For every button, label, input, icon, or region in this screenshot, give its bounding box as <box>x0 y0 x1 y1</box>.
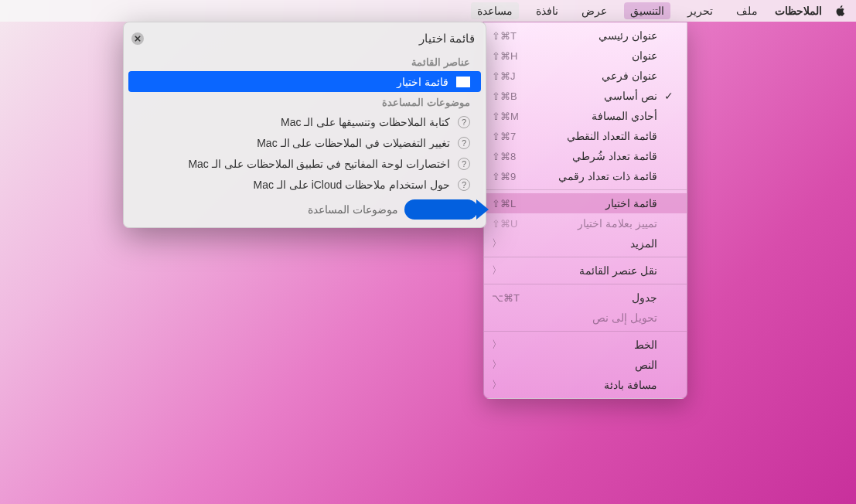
clear-search-icon[interactable] <box>131 32 144 45</box>
help-pointer-pill[interactable] <box>404 199 478 220</box>
shortcut-label: ⇧⌘8 <box>492 151 516 162</box>
menu-view[interactable]: عرض <box>575 2 613 19</box>
menu-item-more[interactable]: المزيد 〈 <box>484 233 687 254</box>
apple-menu-icon[interactable] <box>833 4 847 18</box>
text-label: أحادي المسافة <box>592 110 657 122</box>
menu-item-table[interactable]: جدول ⌥⌘T <box>484 288 687 308</box>
menu-item-subheading[interactable]: عنوان فرعي ⇧⌘J <box>484 66 687 86</box>
text-label: نص أساسي <box>604 90 657 102</box>
menubar: الملاحظات ملف تحرير التنسيق عرض نافذة مس… <box>0 0 856 22</box>
chevron-left-icon: 〈 <box>492 358 502 372</box>
help-topic-item[interactable]: ? كتابة الملاحظات وتنسيقها على الـ Mac <box>124 111 486 132</box>
help-footer: موضوعات المساعدة <box>124 199 486 220</box>
text-label: جدول <box>632 291 657 304</box>
help-search-panel: قائمة اختيار عناصر القائمة قائمة اختيار … <box>123 22 486 228</box>
menu-item-font[interactable]: الخط 〈 <box>484 335 687 355</box>
shortcut-label: ⇧⌘B <box>492 90 517 102</box>
text-label: عنوان رئيسي <box>599 29 657 42</box>
text-label: قائمة التعداد النقطي <box>567 130 657 142</box>
text-label: تحويل إلى نص <box>592 312 657 324</box>
shortcut-label: ⇧⌘T <box>492 30 517 42</box>
chevron-left-icon: 〈 <box>492 338 502 352</box>
help-topic-item[interactable]: ? اختصارات لوحة المفاتيح في تطبيق الملاح… <box>124 153 486 174</box>
section-menu-items: عناصر القائمة <box>124 52 486 71</box>
shortcut-label: ⇧⌘L <box>492 198 516 209</box>
text-label: قائمة اختيار <box>605 197 657 209</box>
menu-item-indent[interactable]: مسافة بادئة 〈 <box>484 375 687 395</box>
help-topic-icon: ? <box>458 179 470 191</box>
menu-separator <box>484 331 687 332</box>
menu-item-heading[interactable]: عنوان ⇧⌘H <box>484 46 687 66</box>
menu-separator <box>484 284 687 284</box>
menu-format[interactable]: التنسيق <box>624 2 670 19</box>
help-topic-icon: ? <box>458 116 470 128</box>
app-name[interactable]: الملاحظات <box>775 5 822 17</box>
help-result-menu-item[interactable]: قائمة اختيار <box>128 71 481 92</box>
help-topic-label: حول استخدام ملاحظات iCloud على الـ Mac <box>139 179 450 191</box>
menu-file[interactable]: ملف <box>730 2 764 19</box>
menu-item-dashed[interactable]: قائمة تعداد شُرطي ⇧⌘8 <box>484 146 687 166</box>
shortcut-label: ⇧⌘U <box>492 218 517 230</box>
text-label: المزيد <box>630 237 657 250</box>
shortcut-label: ⇧⌘7 <box>492 131 516 142</box>
text-label: قائمة تعداد شُرطي <box>572 150 657 162</box>
help-result-label: قائمة اختيار <box>139 76 448 88</box>
menu-edit[interactable]: تحرير <box>681 2 719 19</box>
text-label: عنوان <box>632 49 657 62</box>
menu-window[interactable]: نافذة <box>530 2 564 19</box>
shortcut-label: ⇧⌘9 <box>492 171 516 182</box>
shortcut-label: ⇧⌘M <box>492 111 519 122</box>
section-help-topics: موضوعات المساعدة <box>124 92 486 111</box>
text-label: مسافة بادئة <box>604 379 657 391</box>
checkmark-icon: ✓ <box>663 90 674 102</box>
text-label: نقل عنصر القائمة <box>579 264 657 277</box>
chevron-left-icon: 〈 <box>492 237 502 250</box>
menu-separator <box>484 257 687 257</box>
format-menu-dropdown: عنوان رئيسي ⇧⌘T عنوان ⇧⌘H عنوان فرعي ⇧⌘J… <box>483 22 687 399</box>
menu-item-text[interactable]: النص 〈 <box>484 355 687 375</box>
text-label: تمييز بعلامة اختيار <box>578 217 657 230</box>
shortcut-label: ⇧⌘H <box>492 50 517 62</box>
menu-glyph-icon <box>456 77 470 87</box>
help-footer-text: موضوعات المساعدة <box>308 203 398 216</box>
text-label: الخط <box>634 339 657 351</box>
text-label: النص <box>635 359 657 371</box>
help-topic-label: اختصارات لوحة المفاتيح في تطبيق الملاحظا… <box>139 158 450 170</box>
menu-item-monospaced[interactable]: أحادي المسافة ⇧⌘M <box>484 106 687 126</box>
help-topic-label: تغيير التفضيلات في الملاحظات على الـ Mac <box>139 137 450 149</box>
chevron-left-icon: 〈 <box>492 264 502 278</box>
help-topic-icon: ? <box>458 158 470 170</box>
menu-separator <box>484 189 687 190</box>
menu-item-body[interactable]: ✓نص أساسي ⇧⌘B <box>484 86 687 106</box>
menu-item-mark: تمييز بعلامة اختيار ⇧⌘U <box>484 213 687 233</box>
chevron-left-icon: 〈 <box>492 378 502 392</box>
shortcut-label: ⌥⌘T <box>492 292 520 304</box>
shortcut-label: ⇧⌘J <box>492 70 516 82</box>
text-label: قائمة ذات تعداد رقمي <box>558 170 657 182</box>
menu-help[interactable]: مساعدة <box>471 2 519 19</box>
menu-item-bulleted[interactable]: قائمة التعداد النقطي ⇧⌘7 <box>484 126 687 146</box>
menu-item-checklist[interactable]: قائمة اختيار ⇧⌘L <box>484 193 687 213</box>
menu-item-numbered[interactable]: قائمة ذات تعداد رقمي ⇧⌘9 <box>484 166 687 186</box>
menu-item-title[interactable]: عنوان رئيسي ⇧⌘T <box>484 26 687 46</box>
help-search-input[interactable]: قائمة اختيار <box>152 32 478 46</box>
menu-item-convert-to-text: تحويل إلى نص <box>484 308 687 328</box>
help-topic-icon: ? <box>458 137 470 149</box>
help-search-row: قائمة اختيار <box>124 29 486 52</box>
menu-item-move-list-item[interactable]: نقل عنصر القائمة 〈 <box>484 261 687 281</box>
help-topic-label: كتابة الملاحظات وتنسيقها على الـ Mac <box>139 116 450 128</box>
help-topic-item[interactable]: ? تغيير التفضيلات في الملاحظات على الـ M… <box>124 132 486 153</box>
text-label: عنوان فرعي <box>602 70 657 82</box>
help-topic-item[interactable]: ? حول استخدام ملاحظات iCloud على الـ Mac <box>124 174 486 195</box>
